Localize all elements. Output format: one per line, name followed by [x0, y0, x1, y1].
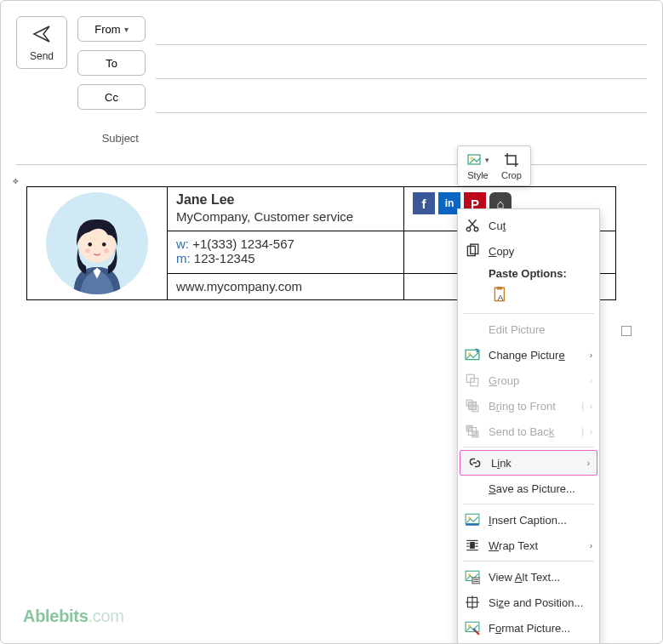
wrap-text-icon	[465, 538, 480, 553]
subject-label: Subject	[1, 132, 147, 145]
chevron-right-icon: ›	[587, 459, 590, 468]
crop-icon	[503, 151, 520, 168]
menu-wrap-text[interactable]: Wrap Text ›	[458, 533, 599, 558]
separator	[463, 313, 594, 314]
chevron-right-icon: ›	[590, 350, 592, 360]
website-value: www.mycompany.com	[176, 279, 302, 294]
menu-copy[interactable]: Copy	[458, 238, 599, 264]
menu-link-label: Link	[491, 457, 512, 470]
menu-view-alt-text-label: View Alt Text...	[489, 571, 560, 584]
menu-size-position[interactable]: Size and Position...	[458, 590, 599, 615]
chevron-right-icon: ›	[590, 541, 592, 550]
paste-options-header: Paste Options:	[458, 264, 599, 282]
caption-icon	[465, 512, 480, 527]
watermark-brand: Ablebits	[23, 607, 89, 625]
cc-label: Cc	[105, 91, 118, 104]
menu-insert-caption[interactable]: Insert Caption...	[458, 507, 599, 533]
svg-rect-12	[497, 287, 503, 289]
svg-point-7	[466, 227, 471, 231]
menu-view-alt-text[interactable]: View Alt Text...	[458, 564, 599, 590]
signature-company: MyCompany, Customer service	[176, 209, 395, 224]
menu-edit-picture: Edit Picture	[458, 316, 599, 342]
signature-name: Jane Lee	[176, 192, 395, 208]
avatar-cell	[27, 187, 168, 300]
chevron-down-icon: ▾	[485, 156, 489, 164]
to-label: To	[106, 57, 117, 70]
bring-front-icon	[465, 398, 480, 413]
svg-rect-36	[472, 578, 480, 584]
svg-point-6	[471, 157, 473, 160]
to-field[interactable]	[156, 54, 647, 79]
watermark: Ablebits.com	[23, 607, 124, 626]
menu-insert-caption-label: Insert Caption...	[489, 514, 567, 527]
svg-point-1	[88, 242, 92, 247]
menu-wrap-text-label: Wrap Text	[489, 539, 538, 552]
menu-edit-picture-label: Edit Picture	[489, 323, 545, 336]
cc-button[interactable]: Cc	[77, 84, 146, 110]
to-button[interactable]: To	[77, 50, 146, 76]
link-icon	[467, 455, 483, 470]
menu-cut[interactable]: Cut	[458, 213, 599, 238]
menu-format-picture[interactable]: Format Picture...	[458, 615, 599, 641]
table-resize-handle-icon[interactable]	[621, 326, 632, 336]
paste-keep-text-button[interactable]: A	[489, 283, 512, 307]
picture-mini-toolbar: ▾ Style Crop	[457, 145, 531, 186]
send-button[interactable]: Send	[16, 16, 67, 69]
separator	[463, 447, 594, 447]
avatar	[46, 192, 148, 294]
menu-bring-front: Bring to Front | ›	[458, 393, 599, 419]
crop-label: Crop	[501, 170, 522, 180]
mobile-phone-label: m:	[176, 251, 191, 265]
from-field[interactable]	[156, 20, 647, 45]
menu-group-label: Group	[489, 374, 519, 387]
chevron-right-icon: ›	[590, 402, 592, 411]
style-label: Style	[467, 170, 488, 180]
send-label: Send	[30, 50, 54, 62]
menu-cut-label: Cut	[489, 219, 506, 232]
from-button[interactable]: From ▾	[77, 16, 146, 42]
menu-bring-front-label: Bring to Front	[489, 400, 556, 413]
work-phone-label: w:	[176, 237, 189, 251]
from-label: From	[94, 23, 120, 36]
menu-format-picture-label: Format Picture...	[489, 622, 570, 635]
mobile-phone-value: 123-12345	[194, 251, 255, 265]
change-picture-icon	[465, 347, 480, 362]
chevron-right-icon: |	[581, 427, 584, 436]
menu-change-picture[interactable]: Change Picture ›	[458, 342, 599, 368]
cut-icon	[465, 218, 480, 233]
style-icon	[466, 151, 483, 168]
website-cell: www.mycompany.com	[168, 273, 404, 299]
menu-group: Group ›	[458, 368, 599, 393]
phone-cell: w: +1(333) 1234-567 m: 123-12345	[168, 231, 404, 273]
menu-send-back-label: Send to Back	[489, 425, 554, 438]
menu-send-back: Send to Back | ›	[458, 419, 599, 444]
size-position-icon	[465, 595, 480, 610]
watermark-suffix: .com	[89, 607, 124, 625]
format-picture-icon	[465, 620, 480, 635]
svg-point-4	[104, 248, 109, 254]
menu-copy-label: Copy	[489, 245, 514, 258]
chevron-right-icon: |	[581, 402, 584, 411]
chevron-down-icon: ▾	[124, 25, 129, 34]
alt-text-icon	[465, 569, 480, 584]
cc-field[interactable]	[156, 88, 647, 113]
menu-link[interactable]: Link ›	[460, 450, 597, 476]
svg-rect-30	[471, 543, 475, 549]
svg-point-3	[85, 248, 90, 254]
subject-input[interactable]	[147, 127, 662, 149]
work-phone-value: +1(333) 1234-567	[192, 237, 294, 251]
style-button[interactable]: ▾ Style	[463, 150, 493, 182]
svg-text:A: A	[498, 293, 504, 302]
copy-icon	[465, 243, 480, 259]
body-separator	[16, 164, 647, 165]
table-move-handle-icon[interactable]: ✥	[13, 175, 19, 186]
menu-save-as-picture[interactable]: Save as Picture...	[458, 476, 599, 501]
name-cell: Jane Lee MyCompany, Customer service	[168, 187, 404, 231]
separator	[463, 504, 594, 504]
send-back-icon	[465, 424, 480, 439]
facebook-icon[interactable]: f	[413, 192, 435, 214]
menu-change-picture-label: Change Picture	[489, 349, 565, 362]
chevron-right-icon: ›	[590, 376, 592, 385]
crop-button[interactable]: Crop	[498, 150, 525, 182]
menu-save-as-picture-label: Save as Picture...	[489, 482, 575, 495]
